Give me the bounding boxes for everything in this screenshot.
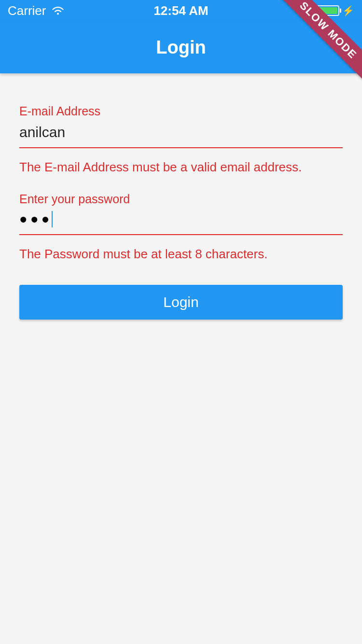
page-title: Login [156, 37, 206, 58]
email-label: E-mail Address [19, 104, 343, 118]
battery-icon [316, 5, 339, 16]
wifi-icon [51, 5, 65, 16]
login-button[interactable]: Login [19, 285, 343, 320]
login-form: E-mail Address The E-mail Address must b… [0, 73, 362, 320]
status-left: Carrier [8, 3, 65, 18]
battery-fill [318, 7, 337, 14]
password-error: The Password must be at least 8 characte… [19, 247, 343, 262]
password-masked-value: ●●● [19, 212, 53, 226]
status-right: ⚡ [316, 5, 354, 16]
password-label: Enter your password [19, 192, 343, 206]
text-caret [52, 211, 53, 227]
email-error: The E-mail Address must be a valid email… [19, 160, 343, 175]
carrier-label: Carrier [8, 3, 46, 18]
status-time: 12:54 AM [153, 3, 208, 18]
email-field[interactable] [19, 121, 343, 148]
status-bar: Carrier 12:54 AM ⚡ [0, 0, 362, 21]
charging-icon: ⚡ [342, 6, 354, 15]
app-bar: Login [0, 21, 362, 73]
password-field[interactable]: ●●● [19, 209, 343, 235]
